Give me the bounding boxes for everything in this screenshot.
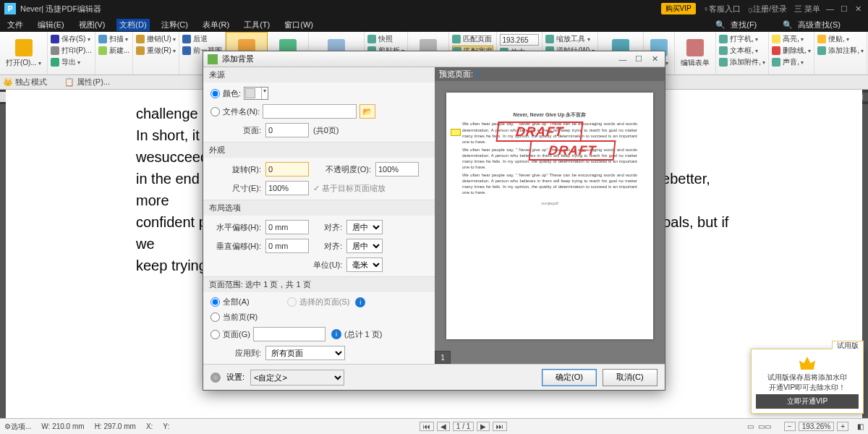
highlight-button[interactable]: 高亮,: [772, 34, 811, 44]
menu-document[interactable]: 文档(D): [116, 19, 149, 31]
info-icon: i: [331, 329, 341, 339]
apply-to-select[interactable]: 所有页面: [265, 346, 345, 360]
hoffset-spinner[interactable]: 0 mm: [265, 220, 309, 234]
zoom-menu-icon[interactable]: ◧: [857, 422, 864, 430]
preview-page-number[interactable]: 1: [435, 351, 451, 364]
view-mode-icon[interactable]: ▭▭: [758, 422, 771, 430]
source-file-radio[interactable]: 文件名(N): 📂: [210, 104, 427, 119]
valign-select[interactable]: 居中: [346, 239, 383, 253]
add-comment-button[interactable]: 添加注释,: [817, 46, 864, 56]
preview-header: 预览页面: 1: [435, 67, 665, 81]
print-button[interactable]: 打印(P)...: [51, 46, 92, 56]
back-button[interactable]: 后退: [182, 34, 222, 44]
sticky-note-button[interactable]: 便贴,: [817, 34, 864, 44]
range-pages-radio[interactable]: 页面(G) i (总计 1 页): [210, 327, 427, 341]
login-button[interactable]: ⍶ 注册/登录: [748, 4, 787, 14]
sound-button[interactable]: 声音,: [772, 57, 811, 67]
zoom-combo[interactable]: 193.265: [500, 34, 539, 46]
cancel-button[interactable]: 取消(C): [603, 369, 658, 386]
ribbon-note-group: 便贴, 添加注释,: [814, 32, 867, 75]
attach-button[interactable]: 添加附件,: [719, 57, 765, 67]
sticky-note-icon: [451, 129, 461, 136]
first-page-button[interactable]: ⏮: [420, 422, 434, 431]
dialog-minimize-button[interactable]: —: [617, 55, 629, 64]
preview-page: Never, Never Give Up 永不言弃 We often hear …: [446, 93, 653, 339]
redo-button[interactable]: 重做(R): [136, 46, 176, 56]
preset-select[interactable]: <自定义>: [250, 370, 344, 386]
dialog-settings-panel: 来源 颜色: 文件名(N): 📂 页面: 0 (共0页): [203, 67, 435, 364]
zoom-indicator[interactable]: 193.26%: [799, 422, 834, 431]
maximize-button[interactable]: ☐: [841, 4, 849, 14]
range-current-radio[interactable]: 当前页(R): [210, 312, 427, 323]
units-select[interactable]: 毫米: [346, 258, 383, 272]
properties-button[interactable]: 📋 属性(P)...: [64, 77, 119, 88]
dialog-icon: [208, 54, 218, 64]
zoom-in-button[interactable]: +: [837, 422, 848, 431]
page-spinner[interactable]: 0: [265, 123, 309, 137]
export-button[interactable]: 导出: [51, 57, 92, 67]
draft-stamp: DRAFT: [496, 122, 584, 142]
browse-button[interactable]: 📂: [359, 104, 375, 119]
close-window-button[interactable]: ✕: [855, 4, 864, 14]
menu-comment[interactable]: 注释(C): [158, 19, 191, 31]
dialog-maximize-button[interactable]: ☐: [633, 54, 644, 64]
find-button[interactable]: 🔍 查找(F): [712, 19, 771, 31]
voffset-spinner[interactable]: 0 mm: [265, 239, 309, 253]
scan-button[interactable]: 扫描: [98, 34, 129, 44]
crown-icon: [799, 357, 815, 370]
range-all-radio[interactable]: 全部(A): [210, 297, 250, 307]
menubar: 文件 编辑(E) 视图(V) 文档(D) 注释(C) 表单(R) 工具(T) 窗…: [0, 17, 868, 32]
menu-form[interactable]: 表单(R): [200, 19, 232, 31]
opacity-spinner[interactable]: 100%: [375, 162, 419, 176]
add-background-dialog: 添加背景 — ☐ ✕ 来源 颜色: 文件名(N): 📂 页面: 0: [203, 51, 665, 391]
buy-vip-button[interactable]: 购买VIP: [661, 3, 696, 14]
menu-window[interactable]: 窗口(W): [281, 19, 316, 31]
upgrade-vip-button[interactable]: 立即开通VIP: [756, 394, 859, 409]
advanced-find-button[interactable]: 🔍 高级查找(S): [780, 19, 855, 31]
ok-button[interactable]: 确定(O): [542, 369, 597, 386]
filename-input[interactable]: [263, 104, 357, 119]
dialog-titlebar[interactable]: 添加背景 — ☐ ✕: [203, 51, 665, 67]
menu-edit[interactable]: 编辑(E): [35, 19, 67, 31]
prev-page-button[interactable]: ◀: [437, 422, 450, 431]
edit-form-button[interactable]: 编辑表单: [675, 32, 716, 75]
exclusive-mode-button[interactable]: 👑 独占模式: [3, 77, 56, 88]
last-page-button[interactable]: ⏭: [493, 422, 507, 431]
typewriter-button[interactable]: 打字机,: [719, 34, 765, 44]
menu-tools[interactable]: 工具(T): [241, 19, 273, 31]
zoom-out-button[interactable]: −: [784, 422, 796, 431]
menu-file[interactable]: 文件: [4, 19, 26, 31]
color-picker-button[interactable]: [244, 87, 268, 100]
hamburger-menu[interactable]: 三 菜单: [794, 4, 820, 14]
section-appearance-header: 外观: [203, 142, 435, 158]
source-color-radio[interactable]: 颜色:: [210, 87, 427, 100]
next-page-button[interactable]: ▶: [477, 422, 490, 431]
open-button[interactable]: 打开(O)...: [0, 32, 48, 75]
zoom-tool-button[interactable]: 缩放工具: [545, 34, 594, 44]
fit-page-button[interactable]: 匹配页面: [452, 34, 493, 44]
minimize-button[interactable]: —: [826, 4, 835, 13]
draft-stamp: DRAFT: [529, 140, 616, 161]
size-spinner[interactable]: 100%: [265, 181, 309, 195]
snapshot-button[interactable]: 快照: [367, 34, 404, 44]
customer-service-button[interactable]: ♀ 客服入口: [703, 4, 741, 14]
halign-select[interactable]: 居中: [346, 220, 383, 234]
undo-button[interactable]: 撤销(U): [136, 34, 176, 44]
save-button[interactable]: 保存(S): [51, 34, 92, 44]
range-selected-radio[interactable]: 选择的页面(S)i: [287, 297, 366, 307]
page-indicator[interactable]: 1 / 1: [453, 422, 474, 431]
settings-gear-icon: [210, 373, 221, 383]
ribbon-text-annot-group: 打字机, 文本框, 添加附件,: [716, 32, 769, 75]
pages-input[interactable]: [253, 327, 326, 341]
app-logo: P: [4, 3, 16, 14]
dialog-close-button[interactable]: ✕: [649, 54, 660, 64]
dialog-preview-panel: 预览页面: 1 Never, Never Give Up 永不言弃 We oft…: [435, 67, 665, 364]
rotate-spinner[interactable]: 0: [265, 162, 309, 176]
textbox-button[interactable]: 文本框,: [719, 46, 765, 56]
menu-view[interactable]: 视图(V): [76, 19, 109, 31]
section-layout-header: 布局选项: [203, 200, 435, 216]
view-mode-icon[interactable]: ▭: [747, 422, 754, 430]
new-button[interactable]: 新建...: [98, 46, 129, 56]
options-button[interactable]: ⚙ 选项...: [4, 422, 31, 432]
strikeout-button[interactable]: 删除线,: [772, 46, 811, 56]
